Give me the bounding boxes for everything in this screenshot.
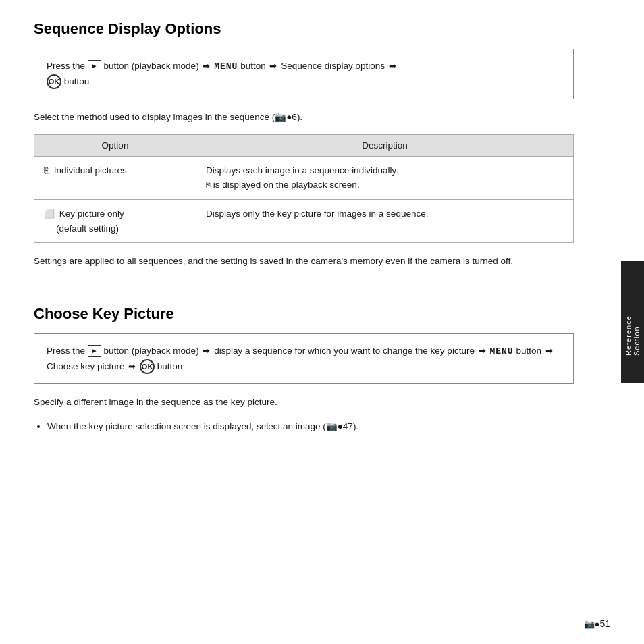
- section-divider: [34, 286, 574, 286]
- bullet-item1: When the key picture selection screen is…: [47, 419, 574, 435]
- key-picture-icon: ⬜: [44, 209, 55, 219]
- ok-button-icon1: OK: [47, 74, 61, 89]
- infobox1-part1: Press the: [47, 61, 88, 71]
- side-tab-label: Reference Section: [624, 288, 641, 356]
- option2-label: Key picture only: [59, 209, 124, 219]
- arrow7-icon: ➡: [128, 361, 136, 371]
- infobox1-part5: button: [64, 76, 90, 86]
- option1-label: Individual pictures: [54, 165, 127, 176]
- arrow6-icon: ➡: [545, 346, 553, 356]
- arrow5-icon: ➡: [479, 346, 486, 356]
- infobox2-part3: display a sequence for which you want to…: [214, 346, 477, 356]
- reference-section-tab: Reference Section: [621, 261, 644, 383]
- option2-cell: ⬜ Key picture only (default setting): [34, 200, 196, 243]
- table-row: ⬜ Key picture only (default setting) Dis…: [34, 200, 574, 243]
- play-button-icon2: ►: [88, 345, 101, 357]
- infobox2-part6: button: [157, 361, 183, 371]
- playback-screen-icon: ⎘: [206, 180, 211, 190]
- infobox1-part3: button: [240, 61, 268, 71]
- section2-infobox: Press the ► button (playback mode) ➡ dis…: [34, 333, 574, 384]
- infobox2-part1: Press the: [47, 346, 88, 356]
- arrow1-icon: ➡: [203, 61, 210, 71]
- infobox2-part5: Choose key picture: [47, 361, 127, 371]
- infobox1-part4: Sequence display options: [281, 61, 387, 71]
- option2-description: Displays only the key picture for images…: [196, 200, 574, 243]
- table-col1-header: Option: [34, 134, 196, 156]
- option1-cell: ⎘ Individual pictures: [34, 156, 196, 199]
- section2-bullets: When the key picture selection screen is…: [47, 419, 574, 435]
- section1-description: Select the method used to display images…: [34, 110, 574, 125]
- table-row: ⎘ Individual pictures Displays each imag…: [34, 156, 574, 199]
- individual-pictures-icon: ⎘: [44, 165, 49, 176]
- section2-title: Choose Key Picture: [34, 305, 574, 323]
- page-num-icon: 📷●: [584, 619, 600, 629]
- option1-description: Displays each image in a sequence indivi…: [196, 156, 574, 199]
- play-button-icon: ►: [88, 60, 101, 72]
- infobox1-part2: button (playback mode): [104, 61, 202, 71]
- section2-description: Specify a different image in the sequenc…: [34, 395, 574, 410]
- section1-note: Settings are applied to all sequences, a…: [34, 254, 574, 269]
- menu-label1: MENU: [214, 61, 238, 72]
- arrow4-icon: ➡: [203, 346, 210, 356]
- options-table: Option Description ⎘ Individual pictures…: [34, 134, 574, 244]
- page-number: 📷●51: [584, 618, 610, 629]
- infobox2-part2: button (playback mode): [104, 346, 202, 356]
- ok-button-icon2: OK: [140, 359, 155, 374]
- menu-label2: MENU: [489, 346, 513, 356]
- option2-default: (default setting): [56, 223, 119, 234]
- section1-title: Sequence Display Options: [34, 20, 574, 38]
- table-col2-header: Description: [196, 134, 574, 156]
- infobox2-part4: button: [516, 346, 543, 356]
- arrow2-icon: ➡: [269, 61, 277, 71]
- arrow3-icon: ➡: [389, 61, 396, 71]
- section1-infobox: Press the ► button (playback mode) ➡ MEN…: [34, 49, 574, 99]
- page-num-text: 51: [599, 618, 610, 629]
